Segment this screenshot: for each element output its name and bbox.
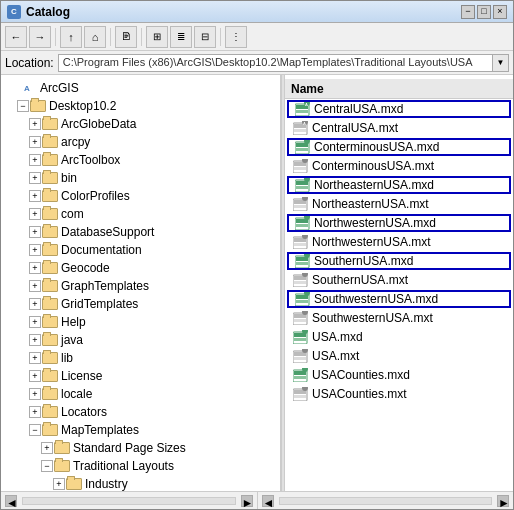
tree-item-arctoolbox[interactable]: + ArcToolbox <box>1 151 280 169</box>
file-item-conterminoususa-mxd[interactable]: ConterminousUSA.mxd <box>287 138 511 156</box>
file-item-usa-mxd[interactable]: USA.mxd <box>287 328 511 346</box>
file-item-southwesternusa-mxd[interactable]: SouthwesternUSA.mxd <box>287 290 511 308</box>
close-button[interactable]: × <box>493 5 507 19</box>
tree-item-arcpy[interactable]: + arcpy <box>1 133 280 151</box>
svg-rect-52 <box>294 338 306 341</box>
location-dropdown[interactable]: ▼ <box>493 54 509 72</box>
tree-item-license[interactable]: + License <box>1 367 280 385</box>
expand-icon[interactable]: + <box>29 226 41 238</box>
file-item-southernusa-mxd[interactable]: SouthernUSA.mxd <box>287 252 511 270</box>
file-item-usacounties-mxt[interactable]: USACounties.mxt <box>287 385 511 403</box>
tree-item-com[interactable]: + com <box>1 205 280 223</box>
tree-item-industry[interactable]: + Industry <box>1 475 280 491</box>
home-button[interactable]: ⌂ <box>84 26 106 48</box>
view-list-button[interactable]: ≣ <box>170 26 192 48</box>
tree-item-graphtemplates[interactable]: + GraphTemplates <box>1 277 280 295</box>
expand-icon[interactable]: + <box>29 352 41 364</box>
expand-icon[interactable]: − <box>29 424 41 436</box>
expand-icon[interactable]: + <box>29 136 41 148</box>
svg-rect-32 <box>294 243 306 246</box>
expand-icon[interactable]: + <box>29 280 41 292</box>
tree-item-standardpagesizes[interactable]: + Standard Page Sizes <box>1 439 280 457</box>
tree-item-lib[interactable]: + lib <box>1 349 280 367</box>
tree-item-colorprofiles[interactable]: + ColorProfiles <box>1 187 280 205</box>
file-item-northeasternusa-mxd[interactable]: NortheasternUSA.mxd <box>287 176 511 194</box>
tree-item-java[interactable]: + java <box>1 331 280 349</box>
expand-icon[interactable]: + <box>29 334 41 346</box>
folder-icon <box>42 190 58 202</box>
expand-icon[interactable]: − <box>17 100 29 112</box>
folder-icon <box>42 352 58 364</box>
expand-icon[interactable]: + <box>29 316 41 328</box>
tree-item-bin[interactable]: + bin <box>1 169 280 187</box>
expand-icon[interactable]: − <box>41 460 53 472</box>
tree-item-databasesupport[interactable]: + DatabaseSupport <box>1 223 280 241</box>
file-item-usacounties-mxd[interactable]: USACounties.mxd <box>287 366 511 384</box>
svg-rect-60 <box>294 376 306 379</box>
left-scroll-btn[interactable]: ◄ <box>5 495 17 507</box>
folder-icon <box>42 298 58 310</box>
connect-button[interactable]: 🖹 <box>115 26 137 48</box>
tree-item-arcgis[interactable]: A ArcGIS <box>1 79 280 97</box>
left-scrollbar-track[interactable] <box>22 497 236 505</box>
expand-icon[interactable]: + <box>29 208 41 220</box>
file-item-northwesternusa-mxd[interactable]: NorthwesternUSA.mxd <box>287 214 511 232</box>
mxt-file-icon: A <box>293 121 309 135</box>
svg-text:A: A <box>303 121 306 126</box>
tree-item-arcglobedata[interactable]: + ArcGlobeData <box>1 115 280 133</box>
right-scrollbar-track[interactable] <box>279 497 493 505</box>
svg-rect-2 <box>296 110 308 113</box>
tree-item-documentation[interactable]: + Documentation <box>1 241 280 259</box>
mxt-file-icon <box>293 273 309 287</box>
tree-item-gridtemplates[interactable]: + GridTemplates <box>1 295 280 313</box>
file-item-usa-mxt[interactable]: USA.mxt <box>287 347 511 365</box>
expand-icon[interactable]: + <box>29 406 41 418</box>
tree-item-locale[interactable]: + locale <box>1 385 280 403</box>
tree-item-geocode[interactable]: + Geocode <box>1 259 280 277</box>
expand-icon[interactable]: + <box>29 262 41 274</box>
expand-icon[interactable]: + <box>53 478 65 490</box>
mxd-file-icon: A <box>295 102 311 116</box>
folder-icon <box>42 388 58 400</box>
file-item-centralusa-mxt[interactable]: A CentralUSA.mxt <box>287 119 511 137</box>
expand-icon[interactable]: + <box>29 370 41 382</box>
up-button[interactable]: ↑ <box>60 26 82 48</box>
toolbar-separator-1 <box>55 28 56 46</box>
title-bar: C Catalog − □ × <box>1 1 513 23</box>
folder-icon <box>54 442 70 454</box>
view-large-button[interactable]: ⊞ <box>146 26 168 48</box>
svg-rect-24 <box>294 205 306 208</box>
folder-icon <box>30 100 46 112</box>
file-item-centralusa-mxd[interactable]: A CentralUSA.mxd <box>287 100 511 118</box>
tree-item-traditionallayouts[interactable]: − Traditional Layouts <box>1 457 280 475</box>
location-path[interactable]: C:\Program Files (x86)\ArcGIS\Desktop10.… <box>58 54 493 72</box>
view-detail-button[interactable]: ⊟ <box>194 26 216 48</box>
tree-item-help[interactable]: + Help <box>1 313 280 331</box>
minimize-button[interactable]: − <box>461 5 475 19</box>
expand-icon[interactable]: + <box>29 388 41 400</box>
right-left-scroll-btn[interactable]: ◄ <box>262 495 274 507</box>
back-button[interactable]: ← <box>5 26 27 48</box>
maximize-button[interactable]: □ <box>477 5 491 19</box>
tree-item-maptemplates[interactable]: − MapTemplates <box>1 421 280 439</box>
options-button[interactable]: ⋮ <box>225 26 247 48</box>
file-item-southwesternusa-mxt[interactable]: SouthwesternUSA.mxt <box>287 309 511 327</box>
right-scroll-btn[interactable]: ► <box>241 495 253 507</box>
mxd-file-icon <box>295 292 311 306</box>
expand-icon[interactable]: + <box>29 118 41 130</box>
window-title: Catalog <box>26 5 70 19</box>
tree-item-locators[interactable]: + Locators <box>1 403 280 421</box>
expand-icon[interactable]: + <box>41 442 53 454</box>
expand-icon[interactable]: + <box>29 298 41 310</box>
file-item-northeasternusa-mxt[interactable]: NortheasternUSA.mxt <box>287 195 511 213</box>
right-right-scroll-btn[interactable]: ► <box>497 495 509 507</box>
expand-icon[interactable]: + <box>29 244 41 256</box>
file-item-conterminoususa-mxt[interactable]: ConterminousUSA.mxt <box>287 157 511 175</box>
file-item-northwesternusa-mxt[interactable]: NorthwesternUSA.mxt <box>287 233 511 251</box>
expand-icon[interactable]: + <box>29 190 41 202</box>
expand-icon[interactable]: + <box>29 154 41 166</box>
expand-icon[interactable]: + <box>29 172 41 184</box>
forward-button[interactable]: → <box>29 26 51 48</box>
file-item-southernusa-mxt[interactable]: SouthernUSA.mxt <box>287 271 511 289</box>
tree-item-desktop[interactable]: − Desktop10.2 <box>1 97 280 115</box>
